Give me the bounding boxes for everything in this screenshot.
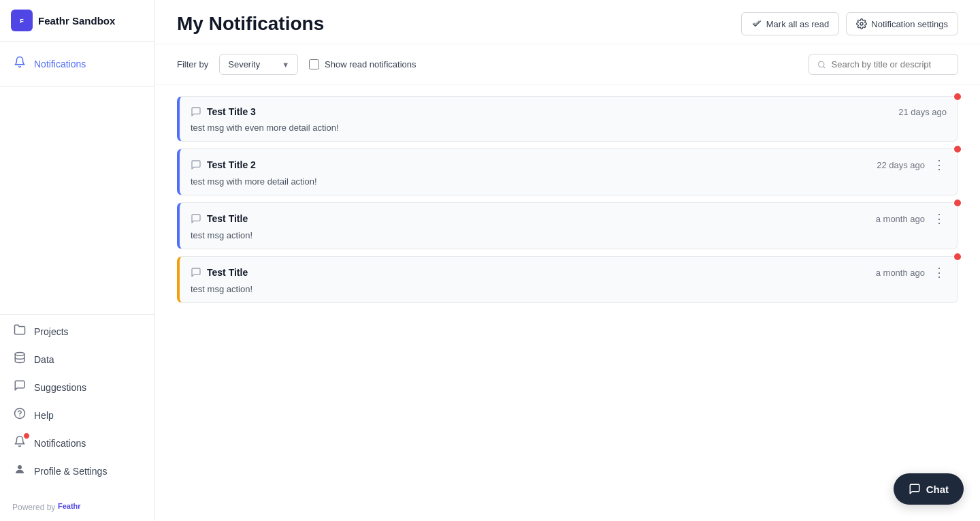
notification-menu-button-2[interactable]: ⋮ [932,159,947,171]
sidebar-footer: Powered by Feathr [0,493,154,521]
sidebar-item-label: Profile & Settings [34,466,107,477]
filter-label: Filter by [177,59,208,69]
search-box[interactable] [808,54,958,75]
message-icon-2 [191,159,201,170]
notification-body-2: test msg with more detail action! [191,176,947,187]
sidebar-nav-top: Notifications [0,42,154,86]
show-read-checkbox[interactable] [309,59,319,69]
message-icon-3 [191,213,201,224]
sidebar-item-data[interactable]: Data [0,345,154,373]
check-all-icon [751,18,762,29]
chat-button[interactable]: Chat [894,473,964,505]
notification-title-4: Test Title [207,267,248,278]
svg-text:Feathr: Feathr [58,502,81,510]
footer-text: Powered by [12,503,55,512]
severity-filter-value: Severity [228,59,260,69]
svg-point-2 [15,353,24,356]
database-icon [12,351,27,367]
settings-icon [856,18,867,29]
sidebar-item-label: Projects [34,326,69,337]
sidebar-item-notifications[interactable]: Notifications [0,429,154,457]
sidebar-item-label: Suggestions [34,382,86,393]
search-input[interactable] [832,59,949,69]
severity-filter[interactable]: Severity ▼ [219,54,298,75]
message-square-icon [12,379,27,395]
avatar-icon [12,463,27,479]
unread-dot-1 [953,92,962,101]
sidebar-item-label: Notifications [34,438,86,449]
notification-card-4: Test Title a month ago ⋮ test msg action… [177,256,958,303]
mark-all-read-label: Mark all as read [766,19,829,29]
chat-label: Chat [926,484,949,495]
notification-body-3: test msg action! [191,230,947,240]
notification-card-2: Test Title 2 22 days ago ⋮ test msg with… [177,148,958,195]
notification-body-1: test msg with even more detail action! [191,123,947,133]
chevron-down-icon: ▼ [282,61,289,69]
chat-icon [909,483,921,495]
notifications-list: Test Title 3 21 days ago test msg with e… [155,85,980,321]
sidebar-item-label: Help [34,410,54,421]
sidebar-logo[interactable]: F Feathr Sandbox [0,0,154,42]
show-read-label[interactable]: Show read notifications [309,59,416,69]
notification-settings-button[interactable]: Notification settings [846,12,958,35]
unread-dot-2 [953,144,962,154]
notification-menu-button-3[interactable]: ⋮ [932,212,947,225]
sidebar-nav-bottom: Projects Data Suggestions [0,303,154,493]
notification-title-2: Test Title 2 [207,159,256,170]
svg-line-9 [823,66,825,67]
notification-title-3: Test Title [207,213,248,224]
bell-icon-nav [12,435,27,451]
bell-icon [12,56,27,72]
page-header: My Notifications Mark all as read Notifi… [155,0,980,44]
notification-time-2: 22 days ago [877,160,925,170]
filter-bar: Filter by Severity ▼ Show read notificat… [155,44,980,85]
sidebar-item-projects[interactable]: Projects [0,317,154,345]
message-icon-4 [191,267,201,278]
main-content: My Notifications Mark all as read Notifi… [155,0,980,521]
page-title: My Notifications [177,13,324,35]
message-icon-1 [191,106,201,117]
sidebar: F Feathr Sandbox Notifications Projec [0,0,155,521]
sidebar-item-profile[interactable]: Profile & Settings [0,457,154,485]
logo-icon: F [11,10,33,31]
sidebar-item-suggestions[interactable]: Suggestions [0,373,154,401]
notification-title-1: Test Title 3 [207,106,256,117]
svg-point-5 [18,465,22,469]
notification-time-1: 21 days ago [898,107,947,117]
notification-settings-label: Notification settings [871,19,948,29]
unread-dot-3 [953,198,962,208]
notification-card-1: Test Title 3 21 days ago test msg with e… [177,96,958,142]
notification-time-3: a month ago [876,214,925,224]
show-read-text: Show read notifications [325,59,416,69]
mark-all-read-button[interactable]: Mark all as read [741,12,839,35]
sidebar-item-label: Data [34,354,54,365]
footer-brand: Feathr [58,501,86,513]
notification-badge [23,432,30,439]
svg-text:F: F [20,18,24,25]
sidebar-logo-text: Feathr Sandbox [38,15,115,27]
svg-point-7 [860,22,863,25]
sidebar-item-help[interactable]: Help [0,401,154,429]
notification-time-4: a month ago [876,268,925,278]
notification-menu-button-4[interactable]: ⋮ [932,266,947,279]
sidebar-divider [0,314,154,315]
sidebar-item-label: Notifications [34,59,86,69]
search-icon [817,60,826,69]
sidebar-item-notifications-top[interactable]: Notifications [0,50,154,78]
notification-body-4: test msg action! [191,284,947,294]
unread-dot-4 [953,252,962,262]
notification-card-3: Test Title a month ago ⋮ test msg action… [177,202,958,249]
header-actions: Mark all as read Notification settings [741,12,958,35]
help-circle-icon [12,407,27,423]
folder-icon [12,323,27,339]
